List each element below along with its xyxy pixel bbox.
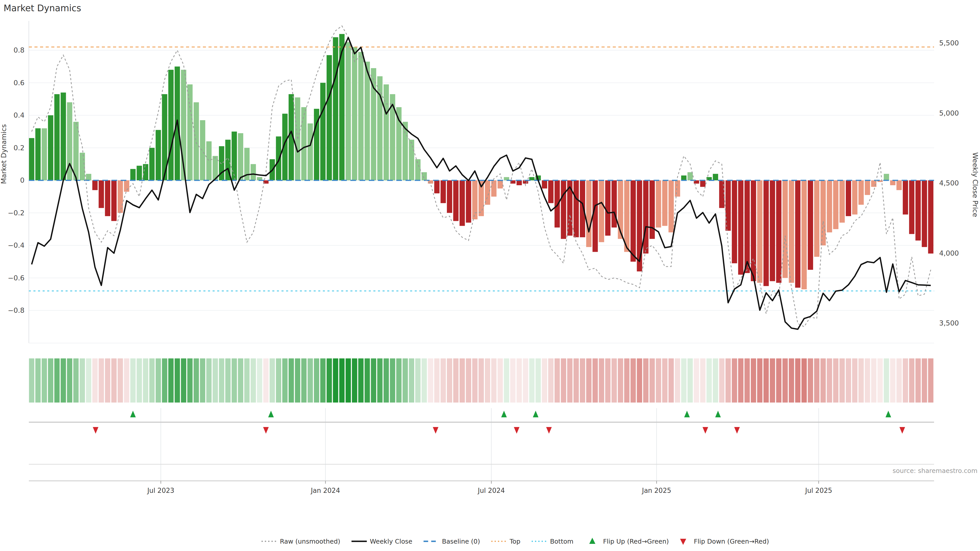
- oscillator-bar: [365, 62, 370, 180]
- heatmap-cell: [776, 359, 781, 403]
- oscillator-bar: [713, 174, 718, 181]
- heatmap-cell: [143, 359, 148, 403]
- right-axis-label: Weekly Close Price: [971, 152, 979, 217]
- oscillator-bar: [187, 84, 192, 180]
- heatmap-cell: [833, 359, 838, 403]
- heatmap-cell: [466, 359, 471, 403]
- heatmap-cell: [105, 359, 110, 403]
- right-tick-label: 4,500: [939, 179, 959, 187]
- heatmap-cell: [605, 359, 611, 403]
- oscillator-bar: [466, 180, 471, 223]
- heatmap-cell: [783, 359, 788, 403]
- heatmap-cell: [415, 359, 421, 403]
- oscillator-bars: [29, 34, 934, 289]
- left-tick-label: −0.4: [8, 241, 24, 249]
- oscillator-bar: [301, 107, 307, 180]
- oscillator-bar: [808, 180, 813, 270]
- oscillator-bar: [593, 180, 598, 252]
- heatmap-cell: [111, 359, 117, 403]
- legend-item: Flip Up (Red→Green): [589, 538, 669, 545]
- heatmap-cell: [770, 359, 775, 403]
- heatmap-cell: [593, 359, 598, 403]
- oscillator-bar: [29, 138, 35, 180]
- oscillator-bar: [846, 180, 851, 216]
- heatmap-cell: [909, 359, 915, 403]
- heatmap-cell: [124, 359, 129, 403]
- oscillator-bar: [352, 47, 357, 180]
- right-tick-label: 3,500: [939, 319, 959, 327]
- oscillator-bar: [637, 180, 642, 272]
- legend-label: Weekly Close: [370, 538, 412, 545]
- oscillator-bar: [656, 180, 661, 227]
- heatmap-cell: [928, 359, 934, 403]
- x-tick-label: Jan 2024: [310, 487, 340, 494]
- oscillator-bar: [890, 180, 896, 185]
- oscillator-bar: [130, 169, 136, 180]
- heatmap-cell: [371, 359, 376, 403]
- heatmap-cell: [67, 359, 72, 403]
- oscillator-bar: [643, 180, 649, 254]
- heatmap-cell: [865, 359, 870, 403]
- oscillator-bar: [751, 180, 756, 281]
- oscillator-bar: [928, 180, 934, 254]
- oscillator-bar: [61, 93, 66, 180]
- heatmap-cell: [745, 359, 750, 403]
- heatmap-cell: [156, 359, 161, 403]
- left-tick-label: −0.8: [8, 306, 24, 314]
- heatmap-cell: [675, 359, 680, 403]
- left-tick-label: 0.2: [14, 144, 24, 152]
- heatmap-cell: [238, 359, 243, 403]
- heatmap-cell: [618, 359, 623, 403]
- oscillator-bar: [345, 42, 351, 180]
- heatmap-cell: [859, 359, 864, 403]
- heatmap-cell: [649, 359, 655, 403]
- oscillator-bar: [548, 180, 554, 203]
- flip-up-marker: [268, 411, 274, 417]
- heatmap-cell: [206, 359, 212, 403]
- left-tick-label: −0.6: [8, 274, 24, 282]
- oscillator-bar: [238, 133, 243, 180]
- flip-down-marker: [899, 427, 905, 433]
- flip-down-marker: [93, 427, 99, 433]
- heatmap-cell: [839, 359, 845, 403]
- right-tick-label: 5,000: [939, 109, 959, 117]
- heatmap-cell: [80, 359, 85, 403]
- heatmap-cell: [738, 359, 743, 403]
- flip-down-marker: [734, 427, 740, 433]
- oscillator-bar: [320, 83, 326, 181]
- heatmap-cell: [358, 359, 364, 403]
- heatmap-cell: [41, 359, 47, 403]
- legend-label: Baseline (0): [442, 538, 480, 545]
- heatmap-cell: [523, 359, 528, 403]
- heatmap-cell: [662, 359, 668, 403]
- oscillator-bar: [814, 180, 819, 257]
- heatmap-cell: [447, 359, 452, 403]
- heatmap-cell: [219, 359, 224, 403]
- heatmap-cell: [725, 359, 731, 403]
- heatmap-cell: [301, 359, 307, 403]
- heatmap-cell: [700, 359, 705, 403]
- chart-legend: Raw (unsmoothed)Weekly CloseBaseline (0)…: [262, 538, 769, 545]
- oscillator-bar: [118, 180, 123, 213]
- heatmap-cell: [377, 359, 383, 403]
- heatmap-cell: [751, 359, 756, 403]
- heatmap-cell: [764, 359, 769, 403]
- heatmap-cell: [668, 359, 674, 403]
- oscillator-bar: [149, 148, 155, 181]
- heatmap-cell: [289, 359, 294, 403]
- heatmap-cell: [922, 359, 927, 403]
- oscillator-bar: [611, 180, 617, 227]
- heatmap-cell: [352, 359, 357, 403]
- flip-up-marker: [130, 411, 136, 417]
- heatmap-cell: [35, 359, 41, 403]
- oscillator-bar: [200, 120, 205, 180]
- oscillator-bar: [649, 180, 655, 239]
- heatmap-cell: [694, 359, 699, 403]
- left-axis-label: Market Dynamics: [0, 124, 8, 184]
- heatmap-cell: [118, 359, 123, 403]
- oscillator-bar: [358, 52, 364, 180]
- oscillator-bar: [745, 180, 750, 273]
- heatmap-cell: [181, 359, 186, 403]
- oscillator-bar: [124, 180, 129, 192]
- oscillator-bar: [86, 174, 91, 181]
